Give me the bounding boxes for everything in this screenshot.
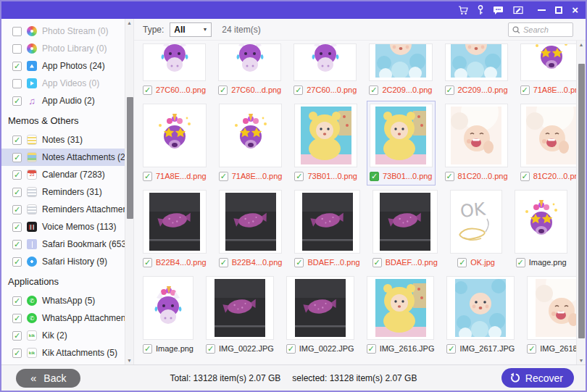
chat-icon[interactable] xyxy=(493,6,504,15)
ok-sketch-thumbnail[interactable]: OK xyxy=(450,190,503,254)
file-cell[interactable]: ✓27C60...0.png xyxy=(291,41,359,99)
file-checkbox[interactable]: ✓ xyxy=(219,172,228,181)
cart-icon[interactable] xyxy=(458,6,468,15)
unicorn-tears-thumbnail[interactable] xyxy=(143,43,206,81)
scroll-down-icon[interactable]: ▼ xyxy=(125,358,133,363)
category-checkbox[interactable]: ✓ xyxy=(12,296,22,306)
category-checkbox[interactable]: ✓ xyxy=(12,257,22,267)
sidebar-scrollbar[interactable]: ▲ ▼ xyxy=(125,19,134,364)
sidebar-item-app-videos[interactable]: ✓App Videos (0) xyxy=(1,75,125,92)
category-checkbox[interactable]: ✓ xyxy=(12,205,22,214)
type-filter-dropdown[interactable]: All ▼ xyxy=(170,22,212,37)
file-cell[interactable]: ✓BDAEF...0.png xyxy=(291,187,362,272)
sidebar-item-photo-library[interactable]: ✓Photo Library (0) xyxy=(1,40,125,57)
baby-blue-thumbnail[interactable] xyxy=(446,276,515,340)
file-cell[interactable]: ✓71A8E...d.png xyxy=(140,101,209,185)
file-checkbox[interactable]: ✓ xyxy=(445,86,454,95)
file-checkbox[interactable]: ✓ xyxy=(294,172,304,181)
grid-scrollbar-thumb[interactable] xyxy=(578,64,585,338)
file-checkbox[interactable]: ✓ xyxy=(219,258,228,267)
candy-thumbnail[interactable] xyxy=(286,276,354,340)
file-cell[interactable]: ✓81C20...0.png xyxy=(442,101,511,185)
sidebar-item-notes[interactable]: ✓Notes (31) xyxy=(1,131,125,149)
sidebar-item-kik[interactable]: ✓kikKik (2) xyxy=(1,327,125,344)
file-checkbox[interactable]: ✓ xyxy=(218,86,228,95)
baby-yellow-thumbnail[interactable] xyxy=(367,276,435,340)
category-checkbox[interactable]: ✓ xyxy=(12,314,22,323)
file-cell[interactable]: ✓IMG_0022.JPG xyxy=(203,273,277,358)
file-checkbox[interactable]: ✓ xyxy=(143,86,152,95)
unicorn-stars-thumbnail[interactable] xyxy=(143,104,207,167)
grid-scrollbar[interactable]: ▲ ▼ xyxy=(576,41,586,364)
unicorn-stars-thumbnail[interactable] xyxy=(219,104,283,167)
file-checkbox[interactable]: ✓ xyxy=(520,86,530,95)
file-cell[interactable]: ✓IMG_2617.JPG xyxy=(444,273,517,358)
sidebar-item-kik-attachments[interactable]: ✓kikKik Attachments (5) xyxy=(1,344,125,362)
sidebar-item-safari-history[interactable]: ✓Safari History (9) xyxy=(1,253,125,270)
sidebar-item-photo-stream[interactable]: ✓Photo Stream (0) xyxy=(1,22,125,40)
unicorn-tears-thumbnail[interactable] xyxy=(143,276,193,340)
file-checkbox[interactable]: ✓ xyxy=(370,172,379,181)
file-cell[interactable]: ✓2C209...0.png xyxy=(366,41,435,99)
file-checkbox[interactable]: ✓ xyxy=(143,258,152,267)
file-cell[interactable]: ✓73B01...0.png xyxy=(291,101,360,185)
unicorn-stars-thumbnail[interactable] xyxy=(515,190,567,254)
sidebar-item-notes-attachments[interactable]: ✓Notes Attachments (24) xyxy=(1,149,125,166)
sidebar-item-app-audio[interactable]: ✓♫App Audio (2) xyxy=(1,92,125,109)
sidebar-item-safari-bookmark[interactable]: ✓Safari Bookmark (653) xyxy=(1,235,125,253)
file-checkbox[interactable]: ✓ xyxy=(527,344,536,354)
category-checkbox[interactable]: ✓ xyxy=(12,240,22,249)
category-checkbox[interactable]: ✓ xyxy=(12,44,22,54)
file-checkbox[interactable]: ✓ xyxy=(516,258,525,267)
file-cell[interactable]: ✓BDAEF...0.png xyxy=(370,187,441,272)
file-cell[interactable]: ✓27C60...d.png xyxy=(215,41,284,99)
file-cell[interactable]: ✓81C20...0.png xyxy=(517,101,576,185)
unicorn-stars-thumbnail[interactable] xyxy=(520,43,576,81)
category-checkbox[interactable]: ✓ xyxy=(12,222,22,232)
sidebar-scrollbar-thumb[interactable] xyxy=(127,97,133,219)
file-cell[interactable]: ✓Image.png xyxy=(140,273,196,358)
file-checkbox[interactable]: ✓ xyxy=(294,86,303,95)
candy-thumbnail[interactable] xyxy=(143,190,207,254)
file-checkbox[interactable]: ✓ xyxy=(520,172,530,181)
category-checkbox[interactable]: ✓ xyxy=(12,135,22,145)
file-cell[interactable]: ✓2C209...0.png xyxy=(442,41,511,99)
baby-blue-thumbnail[interactable] xyxy=(445,43,508,81)
category-checkbox[interactable]: ✓ xyxy=(12,27,22,36)
sidebar-item-whatsapp-attachmen[interactable]: ✓WhatsApp Attachmen... xyxy=(1,309,125,327)
search-input[interactable] xyxy=(523,25,568,34)
sidebar-item-voice-memos[interactable]: ✓Voice Memos (113) xyxy=(1,218,125,235)
file-cell[interactable]: OK✓OK.jpg xyxy=(447,187,506,272)
file-cell[interactable]: ✓B22B4...0.png xyxy=(140,187,209,272)
search-box[interactable] xyxy=(508,22,573,37)
file-checkbox[interactable]: ✓ xyxy=(369,86,378,95)
file-checkbox[interactable]: ✓ xyxy=(294,258,304,267)
sidebar-item-app-photos[interactable]: ✓App Photos (24) xyxy=(1,57,125,75)
unicorn-tears-thumbnail[interactable] xyxy=(218,43,281,81)
file-checkbox[interactable]: ✓ xyxy=(206,344,215,354)
file-checkbox[interactable]: ✓ xyxy=(367,344,376,354)
category-checkbox[interactable]: ✓ xyxy=(12,331,22,341)
sidebar-item-reminders-attachmen[interactable]: ✓Reminders Attachmen... xyxy=(1,201,125,218)
baby-laugh-thumbnail[interactable] xyxy=(520,104,576,167)
recover-button[interactable]: Recover xyxy=(501,368,574,388)
file-cell[interactable]: ✓Image.png xyxy=(512,187,570,272)
sidebar-item-whatsapp[interactable]: ✓WhatsApp (5) xyxy=(1,292,125,309)
file-cell[interactable]: ✓IMG_2618.JPG xyxy=(524,273,576,358)
candy-thumbnail[interactable] xyxy=(206,276,274,340)
file-cell[interactable]: ✓71A8E...0.png xyxy=(517,41,576,99)
category-checkbox[interactable]: ✓ xyxy=(12,96,22,106)
baby-yellow-thumbnail[interactable] xyxy=(294,104,357,167)
file-cell[interactable]: ✓IMG_2616.JPG xyxy=(364,273,438,358)
unicorn-tears-thumbnail[interactable] xyxy=(294,43,357,81)
file-cell[interactable]: ✓IMG_0022.JPG xyxy=(283,273,357,358)
file-cell[interactable]: ✓B22B4...0.png xyxy=(216,187,286,272)
category-checkbox[interactable]: ✓ xyxy=(12,349,22,358)
feedback-icon[interactable] xyxy=(513,6,524,15)
baby-laugh-thumbnail[interactable] xyxy=(445,104,508,167)
candy-thumbnail[interactable] xyxy=(372,190,438,254)
file-checkbox[interactable]: ✓ xyxy=(372,258,382,267)
file-cell[interactable]: ✓27C60...0.png xyxy=(140,41,209,99)
scroll-up-icon[interactable]: ▲ xyxy=(125,20,133,25)
maximize-button[interactable] xyxy=(555,7,562,14)
